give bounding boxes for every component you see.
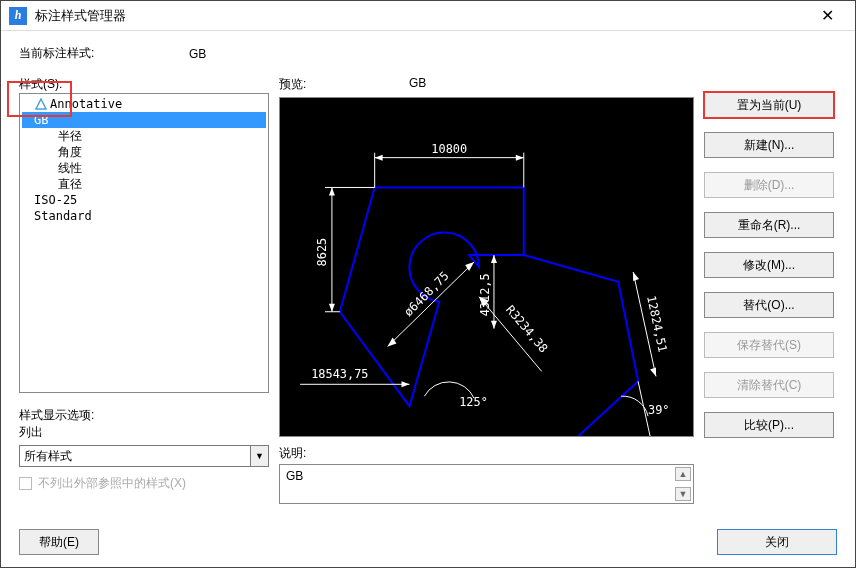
current-style-label: 当前标注样式: — [19, 45, 189, 62]
tree-item-label: Annotative — [50, 96, 122, 112]
svg-text:ø6468,75: ø6468,75 — [401, 269, 451, 319]
tree-item[interactable]: Annotative — [22, 96, 266, 112]
checkbox-icon — [19, 477, 32, 490]
tree-item-label: 线性 — [58, 160, 82, 176]
styles-label: 样式(S): — [19, 76, 269, 93]
svg-marker-3 — [375, 155, 383, 161]
preview-label-row: 预览: GB — [279, 76, 694, 93]
description-box: GB ▲ ▼ — [279, 464, 694, 504]
svg-marker-10 — [329, 304, 335, 312]
tree-item[interactable]: 半径 — [22, 128, 266, 144]
svg-text:8625: 8625 — [315, 238, 329, 267]
style-display-options: 样式显示选项: 列出 所有样式 ▼ 不列出外部参照中的样式(X) — [19, 407, 269, 492]
preview-label: 预览: — [279, 76, 409, 93]
dialog-window: h 标注样式管理器 ✕ 当前标注样式: GB 样式(S): Annotative… — [0, 0, 856, 568]
description-value: GB — [286, 469, 303, 483]
tree-item[interactable]: 角度 — [22, 144, 266, 160]
delete-button: 删除(D)... — [704, 172, 834, 198]
display-option-label: 样式显示选项: — [19, 407, 269, 424]
description-label: 说明: — [279, 445, 694, 462]
right-button-column: 置为当前(U) 新建(N)... 删除(D)... 重命名(R)... 修改(M… — [704, 76, 834, 555]
list-label: 列出 — [19, 424, 269, 441]
tree-item-label: GB — [34, 112, 48, 128]
scroll-down-icon[interactable]: ▼ — [675, 487, 691, 501]
preview-canvas: 10800 8625 18543,75 — [279, 97, 694, 437]
app-icon: h — [9, 7, 27, 25]
exclude-xref-label: 不列出外部参照中的样式(X) — [38, 475, 186, 492]
middle-column: 预览: GB 10800 — [279, 76, 694, 555]
svg-marker-21 — [491, 321, 497, 329]
tree-item-label: 角度 — [58, 144, 82, 160]
svg-text:12824,51: 12824,51 — [644, 294, 670, 353]
style-filter-dropdown[interactable]: 所有样式 ▼ — [19, 445, 269, 467]
clear-override-button: 清除替代(C) — [704, 372, 834, 398]
rename-button[interactable]: 重命名(R)... — [704, 212, 834, 238]
tree-item[interactable]: GB — [22, 112, 266, 128]
left-column: 样式(S): AnnotativeGB半径角度线性直径ISO-25Standar… — [19, 76, 269, 555]
scroll-up-icon[interactable]: ▲ — [675, 467, 691, 481]
compare-button[interactable]: 比较(P)... — [704, 412, 834, 438]
tree-item-label: 直径 — [58, 176, 82, 192]
chevron-down-icon: ▼ — [250, 446, 268, 466]
description-area: 说明: GB ▲ ▼ — [279, 445, 694, 504]
annotative-icon — [34, 97, 48, 111]
tree-item[interactable]: 直径 — [22, 176, 266, 192]
tree-item-label: Standard — [34, 208, 92, 224]
svg-marker-27 — [633, 272, 639, 281]
new-button[interactable]: 新建(N)... — [704, 132, 834, 158]
svg-text:R3234,38: R3234,38 — [503, 303, 551, 356]
preview-svg: 10800 8625 18543,75 — [280, 98, 693, 436]
help-button[interactable]: 帮助(E) — [19, 529, 99, 555]
description-scroll: ▲ ▼ — [675, 467, 691, 501]
preview-style-name: GB — [409, 76, 426, 93]
exclude-xref-checkbox-row[interactable]: 不列出外部参照中的样式(X) — [19, 475, 269, 492]
tree-item[interactable]: 线性 — [22, 160, 266, 176]
main-area: 样式(S): AnnotativeGB半径角度线性直径ISO-25Standar… — [19, 76, 837, 555]
current-style-row: 当前标注样式: GB — [19, 45, 837, 62]
window-title: 标注样式管理器 — [35, 7, 807, 25]
svg-text:10800: 10800 — [431, 142, 467, 156]
svg-text:18543,75: 18543,75 — [311, 367, 368, 381]
set-current-button[interactable]: 置为当前(U) — [704, 92, 834, 118]
save-override-button: 保存替代(S) — [704, 332, 834, 358]
modify-button[interactable]: 修改(M)... — [704, 252, 834, 278]
svg-marker-20 — [491, 255, 497, 263]
svg-marker-4 — [516, 155, 524, 161]
current-style-value: GB — [189, 47, 206, 61]
svg-text:39°: 39° — [648, 403, 670, 417]
override-button[interactable]: 替代(O)... — [704, 292, 834, 318]
bottom-bar: 帮助(E) 关闭 — [19, 529, 837, 555]
tree-item[interactable]: Standard — [22, 208, 266, 224]
tree-item[interactable]: ISO-25 — [22, 192, 266, 208]
svg-marker-28 — [650, 367, 656, 376]
svg-text:125°: 125° — [459, 395, 488, 409]
window-close-button[interactable]: ✕ — [807, 2, 847, 30]
tree-item-label: 半径 — [58, 128, 82, 144]
dropdown-value: 所有样式 — [24, 448, 72, 465]
dialog-content: 当前标注样式: GB 样式(S): AnnotativeGB半径角度线性直径IS… — [1, 31, 855, 567]
svg-marker-13 — [402, 381, 410, 387]
svg-marker-9 — [329, 187, 335, 195]
titlebar: h 标注样式管理器 ✕ — [1, 1, 855, 31]
tree-item-label: ISO-25 — [34, 192, 77, 208]
close-button[interactable]: 关闭 — [717, 529, 837, 555]
styles-tree[interactable]: AnnotativeGB半径角度线性直径ISO-25Standard — [19, 93, 269, 393]
